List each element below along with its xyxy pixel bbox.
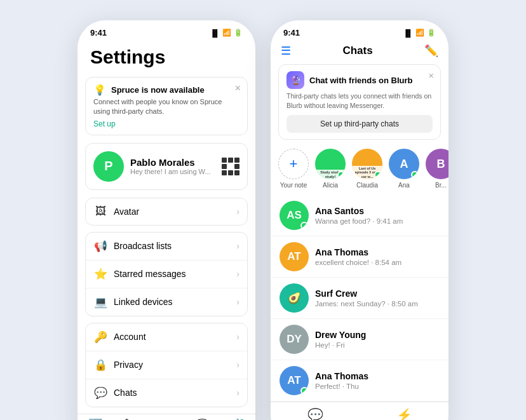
notification-banner: 💡 Spruce is now available Connect with p… bbox=[85, 77, 248, 135]
br-label: Br... bbox=[435, 182, 447, 189]
settings-status-bar: 9:41 ▐▌ 📶 🔋 bbox=[78, 20, 255, 41]
avatar-icon: 🖼 bbox=[93, 205, 107, 218]
chat-item-ana-thomas-1[interactable]: AT Ana Thomas excellent choice! · 8:54 a… bbox=[271, 236, 448, 278]
menu-item-avatar[interactable]: 🖼 Avatar › bbox=[86, 198, 247, 225]
ana-thomas-1-name: Ana Thomas bbox=[315, 247, 440, 257]
chat-item-ana-santos[interactable]: AS Ana Santos Wanna get food? · 9:41 am bbox=[271, 195, 448, 236]
alicia-label: Alicia bbox=[323, 182, 338, 189]
tp-banner-header: 🔮 Chat with friends on Blurb bbox=[287, 71, 433, 89]
settings-time: 9:41 bbox=[90, 28, 107, 37]
chats-icon: 💬 bbox=[93, 386, 107, 400]
story-alicia[interactable]: Study study study! Alicia bbox=[315, 149, 346, 189]
ana-story-avatar: A bbox=[389, 149, 419, 179]
account-icon: 🔑 bbox=[93, 330, 107, 344]
tp-close-button[interactable]: × bbox=[428, 70, 434, 81]
ana-santos-preview: Wanna get food? · 9:41 am bbox=[315, 217, 440, 225]
chats-header: ☰ Chats ✏️ bbox=[271, 41, 448, 64]
linked-icon: 💻 bbox=[93, 295, 107, 309]
blurb-logo: 🔮 bbox=[287, 71, 304, 89]
broadcast-icon: 📢 bbox=[93, 240, 107, 253]
app-container: 9:41 ▐▌ 📶 🔋 Settings 💡 Spruce is now ava… bbox=[57, 0, 469, 420]
chats-chevron: › bbox=[236, 388, 239, 398]
drew-young-name: Drew Young bbox=[315, 330, 440, 340]
qr-code-icon[interactable] bbox=[222, 158, 239, 175]
settings-title: Settings bbox=[78, 41, 255, 77]
menu-item-broadcast[interactable]: 📢 Broadcast lists › bbox=[86, 233, 247, 261]
profile-section[interactable]: P Pablo Morales Hey there! I am using W.… bbox=[85, 143, 248, 190]
signal-icon: ▐▌ bbox=[210, 29, 220, 37]
chats-phone: 9:41 ▐▌ 📶 🔋 ☰ Chats ✏️ 🔮 Chat with frien… bbox=[271, 20, 448, 420]
ana-thomas-1-preview: excellent choice! · 8:54 am bbox=[315, 259, 440, 266]
tp-banner-description: Third-party chats lets you connect with … bbox=[287, 91, 433, 110]
starred-label: Starred messages bbox=[114, 269, 230, 279]
ana-santos-avatar: AS bbox=[280, 201, 309, 230]
compose-icon[interactable]: ✏️ bbox=[424, 44, 438, 58]
chat-item-ana-thomas-2[interactable]: AT Ana Thomas Perfect! · Thu bbox=[271, 360, 448, 402]
chats-tab-bar: 💬 Chats ⚡ Highlights bbox=[271, 402, 448, 420]
chats-status-icons: ▐▌ 📶 🔋 bbox=[403, 29, 436, 37]
profile-status: Hey there! I am using W... bbox=[130, 168, 215, 175]
settings-phone: 9:41 ▐▌ 📶 🔋 Settings 💡 Spruce is now ava… bbox=[78, 20, 255, 420]
account-label: Account bbox=[114, 332, 230, 342]
chats-battery-icon: 🔋 bbox=[427, 29, 436, 37]
notification-close-button[interactable]: × bbox=[235, 83, 241, 94]
profile-name: Pablo Morales bbox=[130, 157, 215, 168]
surf-crew-avatar: 🥑 bbox=[280, 283, 309, 313]
avatar-label: Avatar bbox=[114, 207, 230, 217]
battery-icon: 🔋 bbox=[234, 29, 243, 37]
tp-banner-title: Chat with friends on Blurb bbox=[309, 76, 413, 85]
story-ana[interactable]: A Ana bbox=[389, 149, 419, 189]
settings-status-icons: ▐▌ 📶 🔋 bbox=[210, 29, 243, 37]
menu-section-account: 🔑 Account › 🔒 Privacy › 💬 Chats › bbox=[85, 323, 248, 407]
ana-story-label: Ana bbox=[398, 182, 410, 189]
chat-item-drew-young[interactable]: DY Drew Young Hey! · Fri bbox=[271, 319, 448, 360]
menu-item-chats[interactable]: 💬 Chats › bbox=[86, 379, 247, 407]
privacy-label: Privacy bbox=[114, 360, 230, 370]
privacy-chevron: › bbox=[236, 360, 239, 370]
ana-thomas-1-avatar: AT bbox=[280, 242, 309, 271]
wifi-icon: 📶 bbox=[222, 29, 231, 37]
avatar-chevron: › bbox=[236, 207, 239, 217]
menu-item-privacy[interactable]: 🔒 Privacy › bbox=[86, 351, 247, 379]
highlights-icon: ⚡ bbox=[396, 407, 412, 420]
story-your-note[interactable]: + Your note bbox=[278, 149, 309, 189]
settings-tab-bar: 🔄 Updates 📞 Calls 👥 Communities 💬 Chats … bbox=[78, 414, 255, 420]
starred-chevron: › bbox=[236, 269, 239, 279]
menu-section-broadcast: 📢 Broadcast lists › ⭐ Starred messages ›… bbox=[85, 232, 248, 316]
broadcast-label: Broadcast lists bbox=[114, 241, 230, 251]
account-chevron: › bbox=[236, 332, 239, 342]
menu-item-starred[interactable]: ⭐ Starred messages › bbox=[86, 261, 247, 288]
profile-info: Pablo Morales Hey there! I am using W... bbox=[130, 157, 215, 175]
story-br[interactable]: B Br... bbox=[426, 149, 448, 189]
menu-item-linked[interactable]: 💻 Linked devices › bbox=[86, 288, 247, 316]
chats-time: 9:41 bbox=[283, 28, 300, 37]
linked-chevron: › bbox=[236, 297, 239, 307]
chats-tab-highlights[interactable]: ⚡ Highlights bbox=[360, 407, 448, 420]
surf-crew-info: Surf Crew James: next Sunday? · 8:50 am bbox=[315, 288, 440, 308]
br-avatar: B bbox=[426, 149, 448, 179]
drew-young-info: Drew Young Hey! · Fri bbox=[315, 330, 440, 349]
menu-item-account[interactable]: 🔑 Account › bbox=[86, 323, 247, 351]
menu-section-avatar: 🖼 Avatar › bbox=[85, 198, 248, 226]
notification-setup-link[interactable]: Set up bbox=[93, 119, 239, 128]
chats-tab-chats[interactable]: 💬 Chats bbox=[271, 407, 360, 420]
story-claudia[interactable]: Last of Us episode 3 omg car w... Claudi… bbox=[352, 149, 382, 189]
chats-signal-icon: ▐▌ bbox=[403, 29, 413, 37]
ana-thomas-2-info: Ana Thomas Perfect! · Thu bbox=[315, 371, 440, 390]
surf-crew-name: Surf Crew bbox=[315, 288, 440, 299]
menu-icon[interactable]: ☰ bbox=[281, 44, 291, 58]
stories-row: + Your note Study study study! Alicia La… bbox=[271, 146, 448, 195]
tp-setup-button[interactable]: Set up third-party chats bbox=[287, 115, 433, 133]
chats-tab-chats-icon: 💬 bbox=[307, 407, 323, 420]
add-note-button[interactable]: + bbox=[278, 149, 309, 179]
notification-title: 💡 Spruce is now available bbox=[93, 84, 239, 96]
chat-list: AS Ana Santos Wanna get food? · 9:41 am … bbox=[271, 195, 448, 402]
third-party-banner: 🔮 Chat with friends on Blurb Third-party… bbox=[278, 64, 441, 140]
ana-santos-online bbox=[300, 222, 308, 229]
chat-item-surf-crew[interactable]: 🥑 Surf Crew James: next Sunday? · 8:50 a… bbox=[271, 278, 448, 319]
chats-wifi-icon: 📶 bbox=[415, 29, 424, 37]
broadcast-chevron: › bbox=[236, 241, 239, 251]
ana-thomas-2-avatar: AT bbox=[280, 366, 309, 395]
ana-santos-name: Ana Santos bbox=[315, 206, 440, 216]
claudia-avatar: Last of Us episode 3 omg car w... bbox=[352, 149, 382, 179]
